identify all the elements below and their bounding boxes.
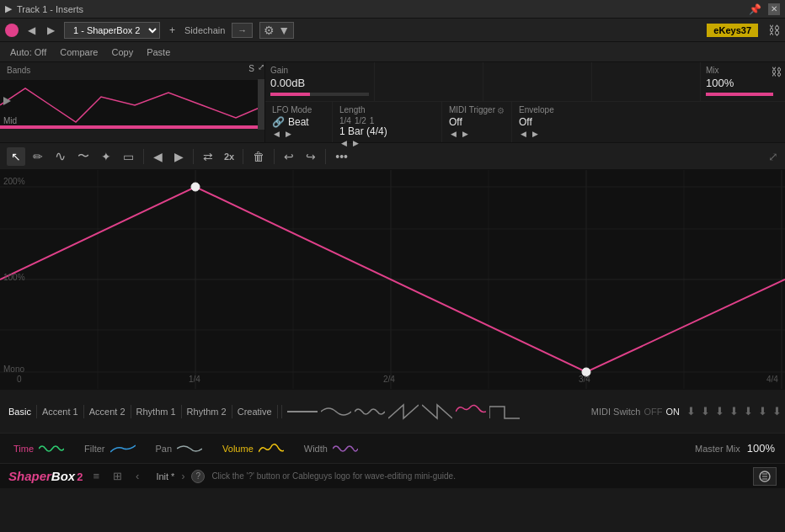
bands-pink-bar [0, 125, 264, 129]
close-button[interactable]: ✕ [768, 3, 780, 15]
settings-gear-button[interactable]: ⚙ ▼ [259, 22, 294, 39]
gain-label: Gain [270, 66, 369, 75]
footer-chevron-button[interactable]: ‹ [132, 469, 142, 483]
length-next[interactable]: ▶ [351, 139, 360, 147]
compare-button[interactable]: Compare [55, 45, 103, 59]
paste-button[interactable]: Paste [142, 45, 175, 59]
midi-trigger-next[interactable]: ▶ [461, 130, 470, 138]
download-btn-6[interactable]: ⬇ [758, 405, 767, 418]
tab-width[interactable]: Width [301, 440, 361, 457]
add-instance-button[interactable]: + [167, 23, 178, 38]
midi-off-label[interactable]: OFF [644, 407, 663, 417]
tab-time[interactable]: Time [10, 440, 67, 457]
gain-bar[interactable] [270, 93, 369, 96]
tab-filter[interactable]: Filter [81, 440, 138, 457]
midi-trigger-label: MIDI Trigger [449, 105, 495, 114]
envelope-next[interactable]: ▶ [531, 130, 540, 138]
download-btn-1[interactable]: ⬇ [686, 405, 696, 418]
preset-wave-2[interactable] [321, 400, 351, 423]
preset-wave-svg-6 [456, 403, 486, 420]
y-label-200: 200% [3, 177, 25, 186]
midi-gear-icon[interactable]: ⚙ [497, 106, 505, 115]
midi-on-label[interactable]: ON [666, 407, 681, 417]
download-btn-4[interactable]: ⬇ [729, 405, 739, 418]
footer-hamburger-button[interactable]: ≡ [89, 469, 103, 483]
download-btn-7[interactable]: ⬇ [772, 405, 782, 418]
length-prev[interactable]: ◀ [339, 139, 349, 147]
master-mix-value: 100% [747, 442, 775, 455]
canvas-area: 200% 100% Mono 0 1/4 2/4 3/4 4/4 [0, 170, 785, 389]
footer-preset-name: Init * [156, 471, 174, 481]
tab-pan[interactable]: Pan [152, 440, 206, 457]
smooth-tool-button[interactable]: 〜 [73, 146, 93, 167]
preset-rhythm2[interactable]: Rhythm 2 [182, 405, 232, 418]
plugin-header: ◀ ▶ 1 - ShaperBox 2 + Sidechain → ⚙ ▼ eK… [0, 19, 785, 42]
redo-button[interactable]: ↪ [302, 147, 320, 166]
envelope-prev[interactable]: ◀ [519, 130, 528, 138]
y-label-mono: Mono [3, 364, 24, 374]
copy-button[interactable]: Copy [106, 45, 138, 59]
cableguys-logo[interactable] [753, 467, 777, 486]
download-btn-3[interactable]: ⬇ [715, 405, 724, 418]
bands-expand-button[interactable]: ⤢ [258, 62, 264, 72]
length-half[interactable]: 1/2 [355, 116, 366, 125]
pencil-tool-button[interactable]: ✏ [29, 147, 47, 166]
filter-wave-icon [110, 442, 136, 455]
toolbar-separator-2 [193, 149, 194, 164]
preset-wave-5[interactable] [422, 400, 452, 423]
double-button[interactable]: 2x [221, 150, 238, 163]
footer-help-button[interactable]: ? [191, 470, 205, 483]
flip-button[interactable]: ⇄ [199, 147, 217, 166]
pin-icon: 📌 [749, 3, 761, 15]
lfo-mode-next[interactable]: ▶ [284, 130, 293, 138]
select-tool-button[interactable]: ↖ [7, 147, 25, 166]
mix-bar[interactable] [706, 93, 773, 96]
preset-accent1[interactable]: Accent 1 [37, 405, 84, 418]
footer-grid-button[interactable]: ⊞ [109, 469, 125, 483]
x-label-34: 3/4 [579, 375, 590, 384]
instance-selector[interactable]: 1 - ShaperBox 2 [64, 22, 160, 39]
tab-volume[interactable]: Volume [219, 440, 287, 457]
expand-canvas-button[interactable]: ⤢ [768, 150, 778, 163]
lfo-mode-prev[interactable]: ◀ [272, 130, 281, 138]
length-one[interactable]: 1 [370, 116, 375, 125]
length-cell: Length 1/4 1/2 1 1 Bar (4/4) ◀ ▶ [333, 102, 442, 142]
preset-wave-1[interactable] [287, 400, 318, 423]
ekeys-label: eKeys37 [713, 25, 751, 35]
x-label-24: 2/4 [383, 375, 395, 384]
preset-creative[interactable]: Creative [232, 405, 278, 418]
next-instance-button[interactable]: ▶ [45, 23, 57, 38]
plugin-logo-button[interactable] [5, 24, 19, 37]
download-icons: ⬇ ⬇ ⬇ ⬇ ⬇ ⬇ ⬇ [686, 405, 782, 418]
preset-accent2[interactable]: Accent 2 [84, 405, 131, 418]
rect-tool-button[interactable]: ▭ [119, 147, 138, 166]
preset-wave-7[interactable] [489, 400, 520, 423]
download-btn-5[interactable]: ⬇ [744, 405, 753, 418]
mix-value: 100% [706, 77, 780, 89]
sidechain-button[interactable]: → [232, 23, 253, 38]
pen-tool-button[interactable]: ✦ [97, 147, 115, 166]
preset-basic[interactable]: Basic [3, 405, 37, 418]
preset-wave-4[interactable] [388, 400, 419, 423]
logo-shaper: Shaper [8, 469, 51, 483]
node-top[interactable] [191, 183, 200, 191]
bands-scroll-handle[interactable] [258, 79, 264, 130]
prev-instance-button[interactable]: ◀ [25, 23, 38, 38]
download-btn-2[interactable]: ⬇ [701, 405, 710, 418]
preset-rhythm1[interactable]: Rhythm 1 [131, 405, 182, 418]
preset-wave-6[interactable] [456, 400, 486, 423]
bands-s-button[interactable]: S [248, 64, 254, 73]
delete-button[interactable]: 🗑 [248, 147, 269, 166]
midi-trigger-prev[interactable]: ◀ [449, 130, 458, 138]
next-button[interactable]: ▶ [170, 147, 188, 166]
auto-off-button[interactable]: Auto: Off [5, 45, 51, 59]
midi-trigger-cell: MIDI Trigger ⚙ Off ◀ ▶ [442, 102, 512, 142]
length-quarter[interactable]: 1/4 [339, 116, 351, 125]
undo-button[interactable]: ↩ [280, 147, 298, 166]
prev-button[interactable]: ◀ [149, 147, 167, 166]
footer-next-preset-button[interactable]: › [181, 471, 184, 482]
gain-value: 0.00dB [270, 77, 369, 89]
preset-wave-3[interactable] [355, 400, 385, 423]
curve-tool-button[interactable]: ∿ [51, 146, 70, 167]
more-button[interactable]: ••• [331, 147, 352, 166]
